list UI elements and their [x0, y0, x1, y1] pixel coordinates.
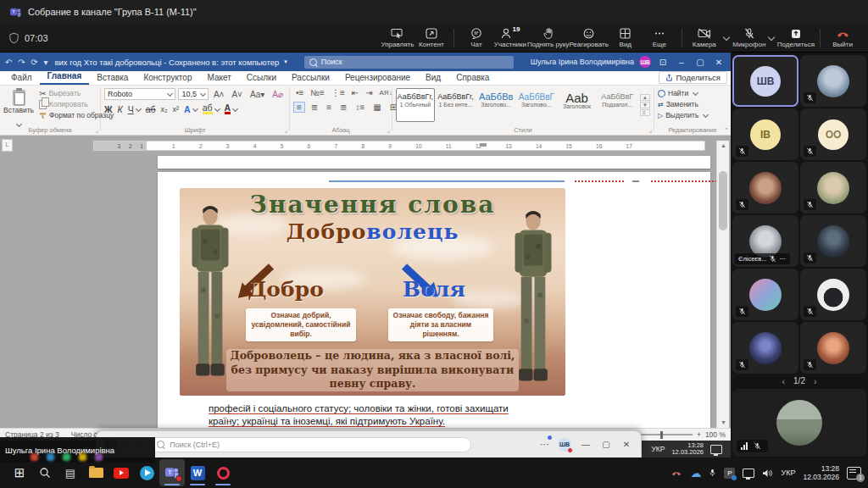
underline-chevron[interactable]	[136, 105, 142, 111]
increase-indent-button[interactable]: ⇥	[363, 88, 375, 97]
content-button[interactable]: Контент	[415, 25, 448, 52]
style-subtitle[interactable]: АаБбВвГПодзагол...	[598, 88, 637, 122]
align-right-button[interactable]: ≡	[324, 103, 334, 112]
display-tray-icon[interactable]	[743, 469, 754, 478]
doc-title-chevron[interactable]: ▾	[284, 58, 287, 65]
minimize-button[interactable]: –	[675, 58, 688, 67]
word-taskbar-button[interactable]: W	[185, 459, 210, 486]
participant-tile[interactable]	[800, 55, 866, 107]
scroll-up-arrow[interactable]: ▲	[717, 141, 730, 151]
superscript-button[interactable]: х²	[173, 105, 180, 114]
font-name-combo[interactable]: Roboto	[104, 88, 175, 100]
replace-button[interactable]: ⇄Заменить	[658, 99, 727, 110]
view-button[interactable]: Вид	[609, 25, 643, 52]
react-button[interactable]: Реагировать	[569, 25, 608, 52]
bullets-button[interactable]: •≡	[293, 88, 306, 97]
shared-display-icon[interactable]	[710, 445, 722, 454]
numbering-button[interactable]: №≡	[308, 88, 327, 97]
camera-button[interactable]: Камера	[687, 25, 721, 52]
style-title[interactable]: AabЗаголовок	[558, 88, 597, 122]
word-account-avatar[interactable]: ШВ	[639, 56, 651, 68]
style-normal[interactable]: АаБбВвГг,1 Обычный	[396, 88, 435, 122]
task-view-button[interactable]: ▤	[58, 459, 83, 486]
tab-mailings[interactable]: Рассылки	[284, 71, 337, 85]
shared-language-indicator[interactable]: УКР	[651, 445, 665, 453]
start-button[interactable]: ⊞	[7, 459, 32, 486]
participant-tile[interactable]	[732, 269, 798, 320]
participant-tile[interactable]	[800, 269, 866, 320]
zoom-in-button[interactable]: +	[697, 430, 701, 439]
participant-tile[interactable]	[732, 162, 798, 214]
document-page[interactable]: Значення слова Доброволець Добро Воля Оз…	[158, 172, 710, 428]
strikethrough-button[interactable]: аб	[146, 104, 156, 114]
notification-center-icon[interactable]: 1	[847, 467, 861, 480]
tab-layout[interactable]: Макет	[199, 71, 238, 85]
chat-button[interactable]: Чат	[459, 25, 493, 52]
clock[interactable]: 13:28 12.03.2026	[803, 464, 839, 481]
participant-tile-iv[interactable]: ІВ	[732, 108, 798, 160]
mic-button[interactable]: Микрофон	[732, 25, 766, 52]
participants-button[interactable]: 19 Участники	[493, 25, 527, 52]
teams-minimize-button[interactable]: —	[580, 440, 592, 449]
tab-help[interactable]: Справка	[448, 71, 497, 85]
teams-close-button[interactable]: ✕	[620, 440, 632, 449]
close-button[interactable]: ✕	[712, 58, 726, 67]
clear-format-button[interactable]: А⌀	[270, 90, 286, 99]
scrollbar-thumb[interactable]	[719, 171, 727, 230]
tab-design[interactable]: Конструктор	[136, 71, 199, 85]
italic-button[interactable]: К	[118, 104, 123, 114]
horizontal-ruler[interactable]: 3 2 1 1 2 3 4 5 6 7 8 9 10 11 12 13 14 1…	[93, 141, 705, 151]
subscript-button[interactable]: х₂	[161, 105, 168, 114]
participant-tile[interactable]	[800, 162, 866, 214]
styles-scroll-up[interactable]: ▲	[640, 94, 650, 101]
underline-button[interactable]: Ч	[128, 104, 134, 114]
shared-clock[interactable]: 13:28 12.03.2026	[671, 442, 704, 457]
taskbar-search-button[interactable]	[32, 459, 58, 486]
share-screen-button[interactable]: Поделиться	[777, 25, 815, 52]
styles-gallery-more[interactable]: ≡	[640, 109, 650, 116]
tab-insert[interactable]: Вставка	[89, 71, 136, 85]
document-canvas[interactable]: Значення слова Доброволець Добро Воля Оз…	[0, 152, 716, 428]
app-tray-icon[interactable]: P	[724, 468, 735, 479]
multilevel-list-button[interactable]: ⋮≡	[329, 88, 348, 97]
word-search-box[interactable]: Поиск	[304, 56, 514, 69]
document-scrollbar[interactable]: ▲ ▼	[716, 141, 729, 428]
style-heading1[interactable]: АаБбВвЗаголово...	[476, 88, 515, 122]
tab-references[interactable]: Ссылки	[239, 71, 284, 85]
tile-more-icon[interactable]: ⋯	[779, 255, 787, 263]
volume-icon[interactable]	[762, 469, 773, 478]
teams-maximize-button[interactable]: ▢	[600, 440, 612, 449]
ribbon-options-button[interactable]: ⊡	[656, 58, 670, 67]
word-share-button[interactable]: Поделиться	[659, 71, 727, 84]
teams-taskbar-button[interactable]: T	[159, 459, 185, 486]
clipboard-dialog-launcher[interactable]: ⌟	[96, 127, 98, 134]
indent-marker[interactable]	[480, 143, 487, 147]
zoom-level[interactable]: 100 %	[705, 430, 726, 439]
grow-font-button[interactable]: А˄	[211, 90, 227, 99]
text-effects-button[interactable]: А	[184, 104, 191, 114]
style-heading2[interactable]: АаБбВвГЗаголово...	[517, 88, 556, 122]
language-indicator[interactable]: УКР	[781, 469, 795, 477]
document-paragraph[interactable]: професій і соціального статусу; чоловіки…	[209, 402, 683, 428]
restore-button[interactable]: ▢	[693, 58, 707, 67]
participant-tile[interactable]	[732, 322, 798, 374]
camera-options-chevron[interactable]	[723, 33, 730, 40]
bold-button[interactable]: Ж	[104, 104, 113, 114]
raise-hand-button[interactable]: Поднять руку	[527, 25, 569, 52]
telegram-button[interactable]	[134, 459, 159, 486]
justify-button[interactable]: ≣	[337, 103, 349, 112]
mic-options-chevron[interactable]	[768, 33, 775, 40]
call-tray-icon[interactable]	[670, 469, 682, 477]
teams-search-input[interactable]: Поиск (Ctrl+E)	[149, 437, 471, 452]
styles-scroll-down[interactable]: ▼	[640, 102, 650, 108]
font-size-combo[interactable]: 10,5	[178, 88, 208, 100]
participant-tile-shv[interactable]: ШВ	[732, 55, 798, 107]
leave-button[interactable]: Выйти	[826, 25, 860, 52]
zoom-slider[interactable]	[633, 434, 693, 435]
participant-tile-oo[interactable]: ОО	[800, 108, 866, 160]
align-left-button[interactable]: ≡	[293, 102, 305, 113]
tab-review[interactable]: Рецензирование	[337, 71, 418, 85]
find-button[interactable]: Найти	[658, 88, 727, 99]
pager-next-icon[interactable]: ›	[814, 376, 817, 386]
shrink-font-button[interactable]: А˅	[229, 90, 245, 99]
